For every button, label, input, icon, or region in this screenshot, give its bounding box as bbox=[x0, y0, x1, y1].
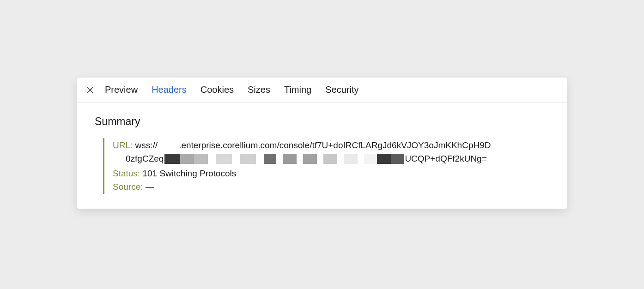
url-label: URL: bbox=[113, 140, 133, 150]
tab-headers[interactable]: Headers bbox=[152, 83, 187, 97]
summary-source-row: Source: — bbox=[113, 180, 549, 193]
url-host-path: .enterprise.corellium.com/console/tf7U+d… bbox=[179, 140, 491, 150]
url-scheme: wss:// bbox=[135, 140, 158, 150]
url-token-suffix: UCQP+dQFf2kUNg= bbox=[405, 152, 486, 165]
section-title: Summary bbox=[95, 115, 549, 128]
summary-status-row: Status: 101 Switching Protocols bbox=[113, 167, 549, 180]
redacted-host-prefix bbox=[158, 138, 178, 148]
url-token-prefix: 0zfgCZeq bbox=[126, 152, 164, 165]
summary-block: URL: wss://.enterprise.corellium.com/con… bbox=[103, 138, 549, 194]
close-icon bbox=[86, 86, 94, 94]
status-label: Status: bbox=[113, 169, 140, 178]
tab-preview[interactable]: Preview bbox=[105, 83, 138, 97]
panel-content: Summary URL: wss://.enterprise.corellium… bbox=[77, 102, 567, 209]
status-value: 101 Switching Protocols bbox=[142, 169, 236, 178]
close-button[interactable] bbox=[84, 84, 97, 96]
tab-security[interactable]: Security bbox=[325, 83, 358, 97]
tab-bar: Preview Headers Cookies Sizes Timing Sec… bbox=[105, 83, 358, 97]
tab-sizes[interactable]: Sizes bbox=[248, 83, 270, 97]
redacted-token bbox=[164, 154, 404, 164]
source-label: Source: bbox=[113, 182, 143, 192]
panel-header: Preview Headers Cookies Sizes Timing Sec… bbox=[77, 78, 567, 102]
tab-timing[interactable]: Timing bbox=[284, 83, 311, 97]
summary-url-row: URL: wss://.enterprise.corellium.com/con… bbox=[113, 138, 549, 166]
network-detail-panel: Preview Headers Cookies Sizes Timing Sec… bbox=[77, 78, 567, 209]
source-value: — bbox=[146, 182, 154, 192]
tab-cookies[interactable]: Cookies bbox=[200, 83, 234, 97]
